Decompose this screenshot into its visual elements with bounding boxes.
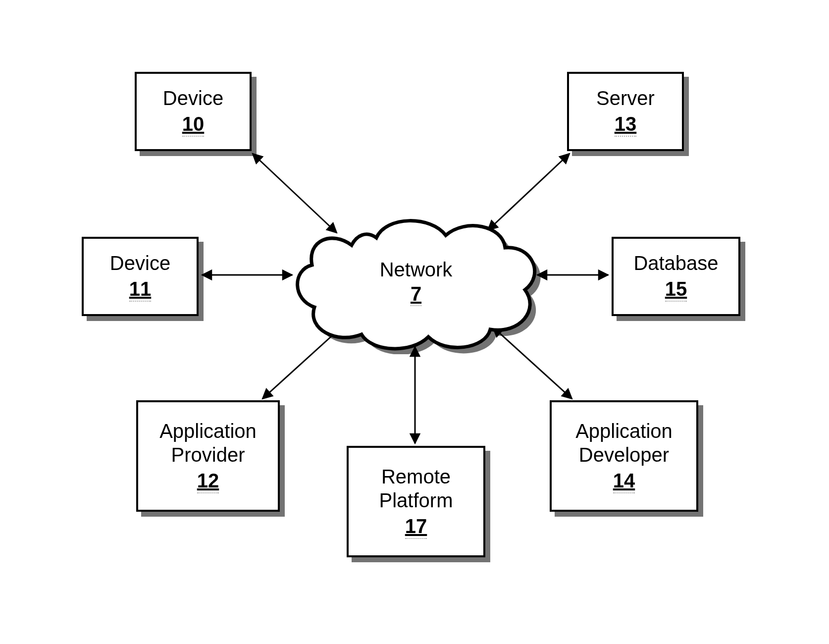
server-13-label: Server [596,86,655,110]
device-10-label: Device [163,86,223,110]
node-server-13: Server 13 [567,72,684,151]
network-label: Network [380,259,453,281]
node-database-15: Database 15 [612,237,740,316]
node-application-developer-14: Application Developer 14 [550,400,698,512]
node-device-10: Device 10 [135,72,252,151]
diagram-canvas: Network 7 Device 10 Server 13 Device 11 … [0,0,829,644]
device-11-number: 11 [129,277,152,302]
provider-12-label: Application Provider [159,419,257,467]
platform-17-number: 17 [405,514,427,539]
database-15-number: 15 [665,277,687,302]
developer-14-label: Application Developer [575,419,673,467]
node-device-11: Device 11 [82,237,199,316]
network-number: 7 [411,283,421,306]
developer-14-number: 14 [613,469,635,493]
database-15-label: Database [633,251,718,275]
device-10-number: 10 [182,112,205,137]
platform-17-label: Remote Platform [379,465,453,512]
server-13-number: 13 [615,112,637,137]
node-remote-platform-17: Remote Platform 17 [347,446,485,557]
device-11-label: Device [110,251,170,275]
provider-12-number: 12 [197,469,219,493]
node-network: Network 7 [287,211,545,354]
node-application-provider-12: Application Provider 12 [136,400,280,512]
